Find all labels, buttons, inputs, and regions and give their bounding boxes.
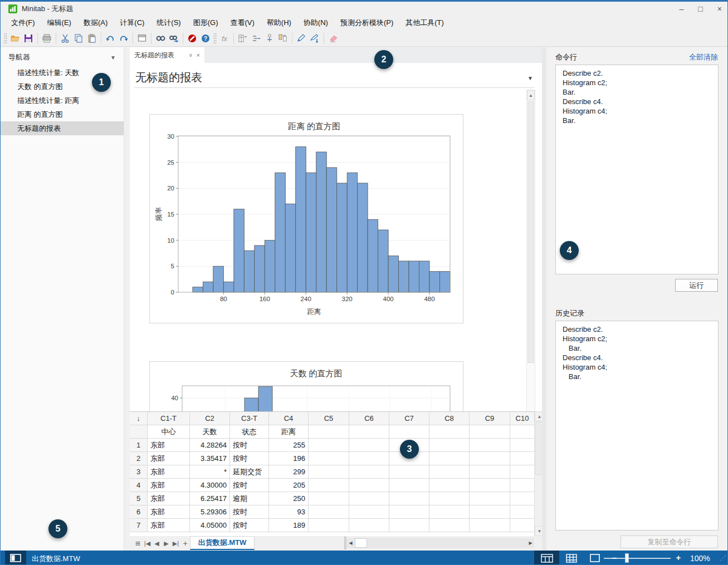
menu-item-8[interactable]: 帮助(H)	[261, 16, 297, 30]
menu-item-5[interactable]: 统计(S)	[150, 16, 187, 30]
toggle-navigator-button[interactable]	[5, 551, 26, 565]
table-cell[interactable]: 东部	[148, 479, 190, 492]
variable-name-7[interactable]	[389, 425, 429, 439]
next-worksheet-icon[interactable]: ▶	[162, 540, 171, 547]
copy-to-command-line-button[interactable]: 复制至命令行	[620, 535, 718, 548]
paste-button[interactable]	[85, 32, 99, 45]
table-cell[interactable]	[510, 519, 534, 532]
table-cell[interactable]: 5.29306	[190, 505, 230, 519]
menu-item-6[interactable]: 图形(G)	[187, 16, 224, 30]
table-cell[interactable]	[349, 505, 389, 519]
report-tab-chevron-down-icon[interactable]: ∨	[189, 52, 193, 58]
table-cell[interactable]	[309, 452, 349, 465]
open-file-button[interactable]	[8, 32, 22, 45]
stacked-data-button[interactable]	[263, 32, 276, 45]
redo-button[interactable]	[117, 32, 130, 45]
table-cell[interactable]: 按时	[230, 505, 269, 519]
table-cell[interactable]	[309, 439, 349, 452]
table-cell[interactable]	[470, 492, 510, 505]
table-cell[interactable]	[429, 492, 470, 505]
new-window-button[interactable]	[135, 32, 149, 45]
table-cell[interactable]	[349, 452, 389, 465]
table-cell[interactable]	[349, 465, 389, 479]
table-cell[interactable]: 6.25417	[190, 492, 230, 505]
toolbar-grip[interactable]	[213, 33, 217, 44]
column-header-C6[interactable]: C6	[349, 412, 389, 425]
table-cell[interactable]	[389, 479, 429, 492]
column-header-C7[interactable]: C7	[389, 412, 429, 425]
table-cell[interactable]	[429, 439, 470, 452]
table-cell[interactable]	[349, 439, 389, 452]
table-cell[interactable]	[510, 505, 534, 519]
print-button[interactable]	[40, 32, 53, 45]
table-cell[interactable]	[309, 505, 349, 519]
menu-item-11[interactable]: 其他工具(T)	[399, 16, 450, 30]
find-replace-button[interactable]	[167, 32, 180, 45]
formula-button[interactable]: fx	[218, 32, 231, 45]
navigator-item-3[interactable]: 描述性统计量: 距离	[1, 94, 124, 107]
table-cell[interactable]: 东部	[148, 452, 190, 465]
table-cell[interactable]	[510, 479, 534, 492]
column-header-C8[interactable]: C8	[429, 412, 470, 425]
menu-item-7[interactable]: 查看(V)	[224, 16, 260, 30]
table-cell[interactable]	[470, 452, 510, 465]
table-cell[interactable]	[470, 519, 510, 532]
edit-last-dialog-button[interactable]	[295, 32, 308, 45]
report-scroll-thumb[interactable]	[527, 101, 534, 363]
worksheet-horizontal-scrollbar[interactable]: ◀ ▶	[347, 538, 534, 548]
navigator-item-4[interactable]: 距离 的直方图	[1, 107, 124, 121]
table-cell[interactable]	[349, 479, 389, 492]
table-cell[interactable]	[470, 479, 510, 492]
variable-name-3[interactable]: 状态	[230, 425, 269, 439]
table-cell[interactable]	[510, 439, 534, 452]
table-cell[interactable]	[510, 465, 534, 479]
table-cell[interactable]	[389, 492, 429, 505]
table-cell[interactable]: 4.30000	[190, 479, 230, 492]
scroll-right-icon[interactable]: ▶	[527, 538, 534, 548]
show-worksheets-button[interactable]	[250, 32, 263, 45]
report-tab[interactable]: 无标题的报表 ∨ ×	[130, 47, 204, 63]
distance-histogram-chart[interactable]: 距离 的直方图05101520253080160240320400480频率距离	[149, 114, 463, 323]
menu-item-2[interactable]: 编辑(E)	[41, 16, 77, 30]
maximize-button[interactable]: □	[698, 4, 702, 13]
minimize-button[interactable]: –	[680, 4, 684, 13]
worksheet-info-button[interactable]	[236, 32, 250, 45]
table-cell[interactable]: 299	[269, 465, 309, 479]
cancel-button[interactable]	[185, 32, 199, 45]
table-cell[interactable]	[429, 465, 470, 479]
table-cell[interactable]: 东部	[148, 492, 190, 505]
variable-name-8[interactable]	[429, 425, 470, 439]
variable-name-1[interactable]: 中心	[148, 425, 190, 439]
variable-name-5[interactable]	[309, 425, 349, 439]
clear-all-link[interactable]: 全部清除	[689, 52, 718, 62]
show-worksheet-button[interactable]	[563, 551, 580, 565]
variable-name-10[interactable]	[510, 425, 534, 439]
table-cell[interactable]	[429, 452, 470, 465]
previous-worksheet-icon[interactable]: ◀	[152, 540, 162, 547]
table-cell[interactable]	[470, 505, 510, 519]
cut-button[interactable]	[58, 32, 72, 45]
variable-name-9[interactable]	[470, 425, 510, 439]
table-cell[interactable]	[349, 492, 389, 505]
menu-item-3[interactable]: 数据(A)	[77, 16, 114, 30]
close-button[interactable]: ×	[717, 4, 722, 13]
table-cell[interactable]: 按时	[230, 439, 269, 452]
copy-button[interactable]	[72, 32, 85, 45]
variable-name-6[interactable]	[349, 425, 389, 439]
table-cell[interactable]	[470, 439, 510, 452]
scroll-up-icon[interactable]: ▲	[527, 90, 535, 100]
report-vertical-scrollbar[interactable]: ▲ ▼	[526, 90, 535, 411]
column-header-C10[interactable]: C10	[510, 412, 534, 425]
add-worksheet-icon[interactable]: +	[180, 539, 190, 548]
navigator-item-5[interactable]: 无标题的报表	[1, 121, 124, 135]
worksheet-tab[interactable]: 出货数据.MTW	[190, 536, 255, 550]
unstack-data-button[interactable]	[276, 32, 290, 45]
column-header-C1-T[interactable]: C1-T	[148, 412, 190, 425]
eraser-button[interactable]	[326, 32, 340, 45]
table-cell[interactable]: *	[190, 465, 230, 479]
table-cell[interactable]	[429, 479, 470, 492]
table-cell[interactable]: 延期交货	[230, 465, 269, 479]
table-cell[interactable]: 4.05000	[190, 519, 230, 532]
column-header-C9[interactable]: C9	[470, 412, 510, 425]
scroll-left-icon[interactable]: ◀	[347, 538, 354, 548]
